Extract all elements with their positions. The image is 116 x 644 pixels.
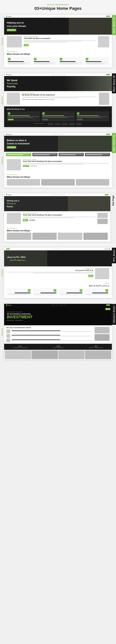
home02-exp-tag: Finance Consulting [22, 92, 97, 94]
dream-img-2 [32, 233, 57, 240]
home01-hero-btn[interactable]: Get Started [7, 29, 16, 31]
nav-cta-button[interactable] [106, 16, 110, 17]
home03-hero: Believe us when it Comes to Investment G… [4, 136, 112, 152]
partners-label: Meet the Partners [34, 123, 45, 125]
service-img-1 [7, 179, 40, 186]
advance-nav: Invess [4, 304, 112, 306]
home01-preview[interactable]: Invess Helping you to Live your Dream Ge… [4, 15, 112, 68]
onepage-dreams-title: Where Dreams Get Wings! [7, 230, 108, 232]
home01-stat-badge: 79% [24, 44, 28, 46]
dark-card3-btn[interactable] [77, 119, 83, 120]
home01-nav-links [52, 16, 66, 16]
stat-sep-2 [76, 345, 76, 349]
nav-cta-button[interactable] [106, 304, 110, 306]
rtl-card4-icon [28, 289, 30, 292]
onepage-side-images [97, 213, 108, 224]
nav-cta-button[interactable] [106, 74, 110, 75]
onepage-preview[interactable]: Invess Giving you a Financial Power. Fi [4, 194, 110, 242]
biz-img-3 [6, 338, 10, 342]
home02-quote: "We are able to financially independent … [22, 99, 97, 100]
nav-link-1 [54, 134, 56, 134]
divider-2 [0, 129, 116, 131]
advance-grow-title: WE HELP BUSINESSES GROW [6, 327, 93, 328]
logo-dot [109, 248, 110, 250]
rtl-preview[interactable]: Invess يعطيك محاسبة وتمويل دعم المالية ا… [4, 248, 112, 298]
home01-cards-row [7, 57, 109, 66]
dream-img-1 [7, 233, 31, 240]
nav-link-1 [60, 249, 62, 249]
nav-cta-button[interactable] [6, 248, 10, 250]
rtl-card-1 [84, 288, 110, 296]
feature-item-2 [32, 153, 58, 156]
home01-dreams-title: Where Dreams Get Wings! [7, 53, 109, 55]
advance-preview[interactable]: Invess New* DISCOVER THE ART OF SUCCESSF… [4, 304, 112, 360]
onepage-section: Invess Giving you a Financial Power. Fi [0, 194, 116, 242]
nav-link-2 [56, 16, 58, 16]
rtl-page-number: RTL Demo [112, 248, 116, 263]
home02-hero-text: We Speak Financials Fluently. [7, 79, 18, 88]
home03-page-number: Main Home 03 [112, 133, 116, 153]
stat3-num: 9k+ [95, 345, 98, 347]
rtl-section-tag: خدماتنا [7, 282, 109, 284]
home02-exp-image [7, 92, 20, 105]
advance-stat-3: 9k+ EXPERT CONSULTANTS [89, 345, 103, 348]
brand-text: Invess [8, 304, 12, 306]
home02-preview[interactable]: Invess We Speak Financials Fluently. Fi [4, 74, 112, 127]
advance-biz-row-1 [6, 330, 93, 333]
rtl-card1-title [92, 292, 108, 293]
biz-lines-2 [12, 335, 93, 337]
brand-text: Invess [8, 74, 12, 75]
home03-hero-btn[interactable]: Get Started [7, 146, 16, 148]
home03-preview[interactable]: Invess Believe us when it Comes to Inves… [4, 133, 112, 188]
rtl-logo: Invess [104, 248, 110, 250]
home01-trust-image [7, 36, 22, 48]
feature-item-1 [6, 153, 31, 156]
divider-4 [0, 244, 116, 246]
onepage-dreams-section: Our Services Where Dreams Get Wings! [4, 226, 110, 242]
onepage-dream-images [7, 233, 108, 240]
rtl-card2-icon [80, 289, 82, 292]
home02-dark-title: What We Bring To You [7, 108, 109, 110]
nav-cta-button[interactable] [106, 134, 110, 135]
nav-link-2 [55, 195, 58, 195]
home02-dark-card-3 [76, 111, 109, 122]
rtl-cards-section: خدماتنا من ثم تضمن الاستثمار الى تفوقها [4, 281, 112, 298]
rtl-right-panel: RTL Demo [112, 248, 116, 298]
partner-5 [76, 123, 82, 125]
nav-cta-button[interactable] [105, 194, 108, 196]
onepage-stat-badges: $30+ Ar Now [23, 219, 96, 222]
onepage-hero: Giving you a Financial Power. [4, 196, 110, 211]
rtl-cards-row [7, 288, 109, 296]
home03-feature-bar [4, 152, 112, 158]
card1-title [8, 61, 24, 62]
dark-card2-btn[interactable] [42, 119, 48, 120]
nav-link-3 [52, 249, 55, 249]
advance-grow-text-col: WE HELP BUSINESSES GROW [6, 327, 93, 342]
onepage-right-panel: One Page [110, 194, 116, 242]
logo-dot [6, 74, 7, 75]
advance-hero-lines [7, 320, 32, 320]
home03-left-label: Invess [0, 133, 4, 188]
rtl-card1-icon [106, 289, 108, 292]
advance-hero-content: DISCOVER THE ART OF SUCCESSFUL INVESTING… [7, 311, 32, 320]
rtl-section: Invess Invess يعطيك محاسبة وتمويل دعم ال… [0, 248, 116, 298]
partner-1 [48, 123, 53, 125]
rtl-card3-title [40, 292, 56, 293]
advance-new-badge: New* [105, 308, 110, 310]
stat1-label: SUCCESSFUL PROJECTS [13, 347, 28, 348]
home01-page-number: Main Home 01 [112, 15, 116, 35]
rtl-nav-links [52, 249, 62, 249]
home01-card-1 [7, 57, 32, 66]
home03-logo: Invess [6, 134, 12, 135]
home03-nav: Invess [4, 133, 112, 136]
nav-link-3 [58, 195, 62, 195]
home03-trust-text: Finance & Accounting Trust That You're W… [23, 159, 109, 167]
home02-side-image [99, 92, 109, 105]
advance-grow-inner: WE HELP BUSINESSES GROW [6, 327, 110, 342]
dark-card1-btn[interactable] [8, 119, 14, 120]
stat2-num: 1.5k+ [56, 345, 61, 347]
home02-logo: Invess [6, 74, 12, 75]
advance-right-panel: Advance Demo [112, 304, 116, 360]
stat-badge-grey: Ar Now [29, 219, 36, 222]
home03-hero-overlay [58, 136, 112, 152]
